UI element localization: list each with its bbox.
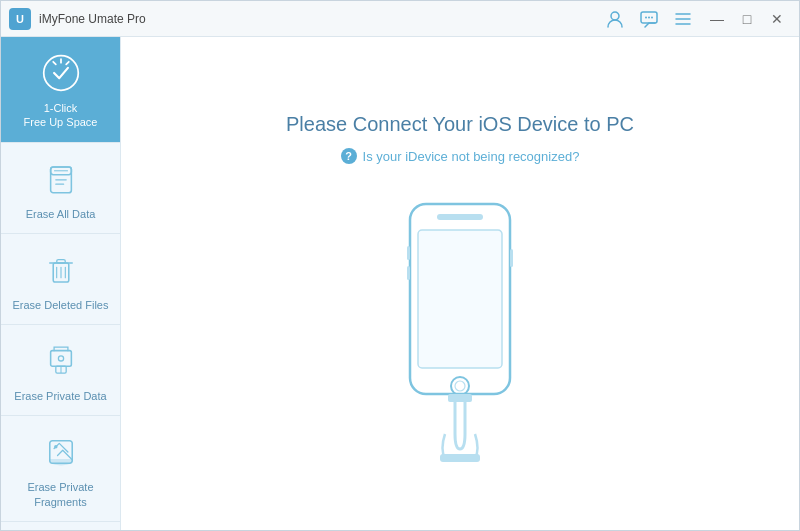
close-button[interactable]: ✕ xyxy=(763,5,791,33)
erase-all-data-icon xyxy=(39,157,83,201)
free-up-space-icon xyxy=(39,51,83,95)
help-link[interactable]: Is your iDevice not being recognized? xyxy=(363,149,580,164)
main-layout: 1-ClickFree Up Space Erase All Data xyxy=(1,37,799,530)
maximize-button[interactable]: □ xyxy=(733,5,761,33)
titlebar: U iMyFone Umate Pro xyxy=(1,1,799,37)
sidebar-label-erase-private-fragments: Erase Private Fragments xyxy=(9,480,112,509)
svg-rect-34 xyxy=(448,394,472,402)
sidebar-label-erase-private-data: Erase Private Data xyxy=(14,389,106,403)
erase-private-fragments-icon xyxy=(39,430,83,474)
sidebar-item-erase-all-data[interactable]: Erase All Data xyxy=(1,143,120,234)
help-row: ? Is your iDevice not being recognized? xyxy=(341,148,580,164)
svg-rect-35 xyxy=(440,454,480,462)
svg-point-0 xyxy=(611,12,619,20)
svg-point-23 xyxy=(58,356,63,361)
sidebar-label-erase-deleted-files: Erase Deleted Files xyxy=(13,298,109,312)
svg-rect-20 xyxy=(50,351,71,367)
sidebar-item-erase-private-fragments[interactable]: Erase Private Fragments xyxy=(1,416,120,522)
sidebar-item-erase-deleted-files[interactable]: Erase Deleted Files xyxy=(1,234,120,325)
svg-rect-31 xyxy=(510,249,513,267)
app-window: U iMyFone Umate Pro xyxy=(0,0,800,531)
sidebar-item-free-up-space[interactable]: 1-ClickFree Up Space xyxy=(1,37,120,143)
erase-private-data-icon xyxy=(39,339,83,383)
app-logo: U xyxy=(9,8,31,30)
svg-point-4 xyxy=(651,16,653,18)
svg-rect-33 xyxy=(407,266,410,280)
svg-point-2 xyxy=(645,16,647,18)
titlebar-controls: — □ ✕ xyxy=(601,5,791,33)
content-area: Please Connect Your iOS Device to PC ? I… xyxy=(121,37,799,530)
sidebar-label-free-up-space: 1-ClickFree Up Space xyxy=(24,101,98,130)
profile-button[interactable] xyxy=(601,5,629,33)
svg-rect-27 xyxy=(437,214,483,220)
minimize-button[interactable]: — xyxy=(703,5,731,33)
sidebar-label-erase-all-data: Erase All Data xyxy=(26,207,96,221)
app-title: iMyFone Umate Pro xyxy=(39,12,601,26)
svg-rect-32 xyxy=(407,246,410,260)
menu-button[interactable] xyxy=(669,5,697,33)
connect-title: Please Connect Your iOS Device to PC xyxy=(286,113,634,136)
svg-point-25 xyxy=(54,446,57,449)
svg-point-3 xyxy=(648,16,650,18)
help-question-icon: ? xyxy=(341,148,357,164)
erase-deleted-files-icon xyxy=(39,248,83,292)
sidebar: 1-ClickFree Up Space Erase All Data xyxy=(1,37,121,530)
svg-rect-16 xyxy=(56,260,65,263)
svg-rect-28 xyxy=(418,230,502,368)
phone-illustration xyxy=(380,194,540,454)
chat-button[interactable] xyxy=(635,5,663,33)
sidebar-item-erase-private-data[interactable]: Erase Private Data xyxy=(1,325,120,416)
